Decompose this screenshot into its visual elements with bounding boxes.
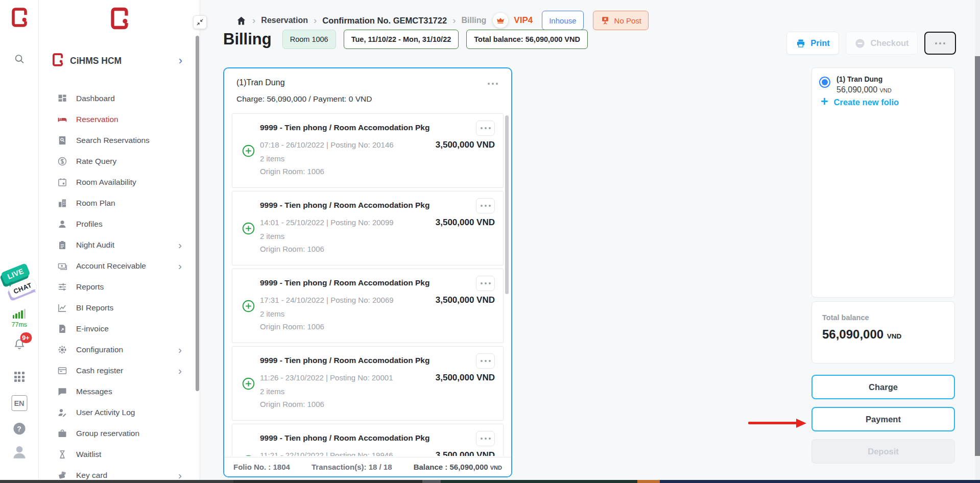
transaction-menu-button[interactable]	[476, 353, 495, 369]
transaction-amount: 3,500,000 VND	[436, 295, 495, 305]
live-chat-widget[interactable]: LIVE CHAT	[0, 263, 39, 306]
create-new-folio-button[interactable]: + Create new folio	[821, 96, 899, 108]
folio-selector-card: (1) Tran Dung 56,090,000 VND + Create ne…	[811, 67, 955, 298]
notifications-bell-icon[interactable]: 9+	[13, 338, 26, 353]
sidebar-item-night-audit[interactable]: Night Audit ›	[39, 234, 195, 255]
transaction-items-count: 2 items	[260, 154, 495, 163]
ellipsis-icon	[480, 127, 492, 129]
breadcrumb-billing: Billing	[461, 16, 486, 25]
message-bubble-icon	[57, 387, 67, 397]
page-title: Billing	[223, 30, 272, 49]
checkout-button[interactable]: Checkout	[846, 32, 918, 55]
chevron-right-icon: ›	[178, 260, 182, 271]
transaction-row: 9999 - Tien phong / Room Accomodation Pk…	[232, 424, 504, 456]
briefcase-icon	[57, 428, 67, 439]
expand-plus-icon[interactable]	[236, 431, 260, 456]
home-icon[interactable]	[236, 15, 247, 26]
expand-plus-icon[interactable]	[236, 198, 260, 258]
sidebar-item-waitlist[interactable]: Waitlist	[39, 444, 195, 465]
property-name: CiHMS HCM	[70, 56, 172, 66]
charge-payment-summary: Charge: 56,090,000 / Payment: 0 VND	[236, 94, 501, 104]
transaction-menu-button[interactable]	[476, 120, 495, 136]
breadcrumb-confirmation[interactable]: Confirmation No. GEMCT31722	[322, 16, 447, 26]
payment-button[interactable]: Payment	[811, 407, 955, 431]
property-switcher[interactable]: CiHMS HCM ›	[39, 50, 195, 71]
breadcrumb-separator: ›	[314, 15, 317, 26]
transaction-meta: 07:18 - 26/10/2022 | Posting No: 20146	[260, 140, 394, 149]
clipboard-icon	[57, 240, 67, 250]
folio-menu-button[interactable]	[485, 77, 501, 88]
sidebar-item-room-plan[interactable]: Room Plan	[39, 192, 195, 213]
transaction-title: 9999 - Tien phong / Room Accomodation Pk…	[260, 431, 429, 443]
taskbar-sliver	[0, 480, 980, 483]
dashboard-icon	[57, 93, 67, 104]
transaction-menu-button[interactable]	[476, 276, 495, 291]
transaction-meta: 14:01 - 25/10/2022 | Posting No: 20099	[260, 218, 394, 227]
expand-plus-icon[interactable]	[236, 120, 260, 181]
sidebar-item-group-reservation[interactable]: Group reservation	[39, 423, 195, 444]
folio-option[interactable]: (1) Tran Dung 56,090,000 VND	[819, 75, 892, 94]
search-icon[interactable]	[13, 53, 25, 66]
sidebar-item-dashboard[interactable]: Dashboard	[39, 88, 195, 109]
chevron-right-icon: ›	[178, 344, 182, 355]
sidebar-scrollbar[interactable]	[196, 36, 199, 391]
page-scrollbar[interactable]	[975, 0, 980, 480]
no-post-badge: No Post	[593, 11, 649, 30]
apps-grid-icon[interactable]	[14, 372, 25, 382]
property-logo-icon	[52, 53, 63, 68]
charge-button[interactable]: Charge	[811, 375, 955, 399]
transaction-title: 9999 - Tien phong / Room Accomodation Pk…	[260, 276, 429, 287]
ellipsis-icon	[480, 360, 492, 362]
currency-label: VND	[887, 332, 902, 340]
radio-selected-icon[interactable]	[819, 77, 830, 88]
expand-plus-icon[interactable]	[236, 276, 260, 336]
sidebar-item-messages[interactable]: Messages	[39, 381, 195, 402]
sidebar-item-e-invoice[interactable]: E-invoice	[39, 318, 195, 339]
sidebar-item-search-reservations[interactable]: Search Reservations	[39, 130, 195, 151]
ellipsis-icon	[487, 83, 499, 85]
icon-rail: LIVE CHAT 77ms 9+ EN ?	[0, 0, 39, 483]
language-switcher[interactable]: EN	[11, 395, 27, 411]
footer-balance: Balance : 56,090,000 VND	[414, 463, 502, 471]
calendar-icon	[57, 177, 67, 187]
page-header: Billing Room 1006 Tue, 11/10/22 - Mon, 3…	[223, 30, 588, 49]
transaction-amount: 3,500,000 VND	[436, 218, 495, 228]
sidebar-item-rate-query[interactable]: Rate Query	[39, 151, 195, 172]
sidebar-item-configuration[interactable]: Configuration ›	[39, 339, 195, 360]
expand-plus-icon[interactable]	[236, 353, 260, 414]
sidebar-item-profiles[interactable]: Profiles	[39, 213, 195, 234]
sidebar-item-reservation[interactable]: Reservation	[39, 109, 195, 130]
print-button[interactable]: Print	[786, 32, 839, 55]
chevron-right-icon: ›	[179, 55, 182, 66]
more-actions-button[interactable]	[924, 32, 956, 55]
signal-bars-icon	[12, 308, 27, 319]
sidebar-item-bi-reports[interactable]: BI Reports	[39, 297, 195, 318]
no-post-icon	[600, 15, 610, 26]
breadcrumb-reservation[interactable]: Reservation	[261, 16, 308, 25]
transaction-list: 9999 - Tien phong / Room Accomodation Pk…	[232, 113, 504, 456]
no-post-label: No Post	[614, 16, 641, 25]
transaction-meta: 11:21 - 22/10/2022 | Posting No: 19946	[260, 451, 393, 456]
sidebar-item-reports[interactable]: Reports	[39, 276, 195, 297]
transaction-amount: 3,500,000 VND	[436, 140, 495, 150]
folio-card-footer: Folio No. : 1804 Transaction(s): 18 / 18…	[224, 457, 511, 476]
sidebar-item-cash-register[interactable]: Cash register ›	[39, 360, 195, 381]
list-scrollbar[interactable]	[505, 115, 509, 294]
sidebar-item-room-availability[interactable]: Room Availability	[39, 172, 195, 192]
main-content: › Reservation › Confirmation No. GEMCT31…	[200, 0, 980, 483]
sidebar-item-user-activity-log[interactable]: User Activity Log	[39, 402, 195, 423]
vip-level-label: VIP4	[514, 15, 533, 26]
transaction-menu-button[interactable]	[476, 198, 495, 213]
user-avatar[interactable]	[11, 443, 28, 463]
date-range-badge: Tue, 11/10/22 - Mon, 31/10/22	[344, 30, 459, 49]
page-scrollbar-thumb[interactable]	[975, 56, 980, 456]
deposit-button[interactable]: Deposit	[811, 439, 955, 464]
ellipsis-icon	[480, 438, 492, 440]
transaction-menu-button[interactable]	[476, 431, 495, 446]
transaction-row: 9999 - Tien phong / Room Accomodation Pk…	[232, 191, 504, 265]
transaction-items-count: 2 items	[260, 387, 495, 396]
transactions-count: Transaction(s): 18 / 18	[312, 463, 392, 471]
sidebar-collapse-button[interactable]	[193, 15, 207, 29]
sidebar-item-account-receivable[interactable]: Account Receivable ›	[39, 255, 195, 276]
help-icon[interactable]: ?	[13, 423, 25, 434]
